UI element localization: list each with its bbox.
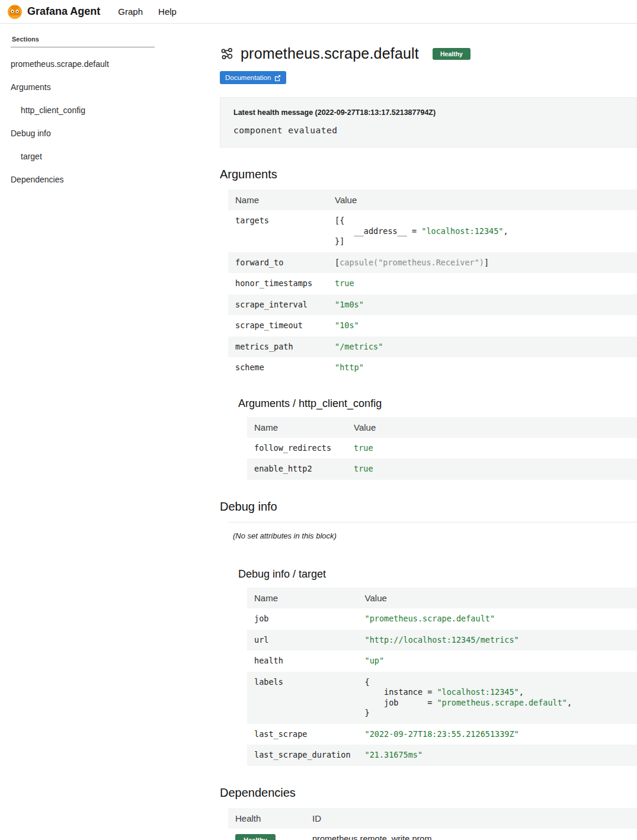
sidebar-item-arguments[interactable]: Arguments (11, 82, 160, 92)
nav-item-graph[interactable]: Graph (118, 7, 143, 17)
attribute-name: labels (247, 672, 358, 724)
sections-list: prometheus.scrape.default Arguments http… (11, 59, 160, 184)
debug-target-table: NameValuejob"prometheus.scrape.default"u… (247, 588, 637, 766)
attribute-name: scheme (228, 357, 328, 379)
sidebar-item-http-client-config[interactable]: http_client_config (11, 105, 160, 115)
table-row: labels{ instance = "localhost:12345", jo… (247, 672, 637, 724)
health-message-panel: Latest health message (2022-09-27T18:13:… (220, 97, 637, 148)
table-row: last_scrape"2022-09-27T18:23:55.21265133… (247, 724, 637, 745)
table-row: scrape_interval"1m0s" (228, 294, 637, 316)
http-client-config-table: NameValuefollow_redirectstrueenable_http… (247, 417, 637, 480)
attribute-name: targets (228, 210, 328, 252)
table-row: honor_timestampstrue (228, 273, 637, 294)
table-row: follow_redirectstrue (247, 438, 637, 459)
health-message-label: Latest health message (2022-09-27T18:13:… (233, 108, 623, 117)
attribute-name: health (247, 650, 358, 672)
attribute-value: "up" (358, 650, 637, 672)
attribute-value: "10s" (328, 315, 637, 336)
dependency-health-badge: Healthy (235, 834, 276, 840)
arguments-table: NameValuetargets[{ __address__ = "localh… (228, 190, 637, 379)
table-row: targets[{ __address__ = "localhost:12345… (228, 210, 637, 252)
column-header-value: Value (328, 190, 637, 210)
table-row: last_scrape_duration"21.31675ms" (247, 745, 637, 766)
attribute-value: [capsule("prometheus.Receiver")] (328, 252, 637, 274)
component-title-row: prometheus.scrape.default Healthy (220, 45, 637, 62)
attribute-name: scrape_interval (228, 294, 328, 316)
top-bar: Grafana Agent Graph Help (0, 0, 637, 24)
attribute-value: "http" (328, 357, 637, 379)
table-row: health"up" (247, 650, 637, 672)
attribute-value: "1m0s" (328, 294, 637, 316)
column-header-id: ID (305, 808, 637, 829)
app-window: Grafana Agent Graph Help Sections promet… (0, 0, 637, 840)
attribute-name: enable_http2 (247, 459, 347, 480)
table-row: scrape_timeout"10s" (228, 315, 637, 336)
grafana-agent-logo-icon (7, 4, 23, 20)
main-content: prometheus.scrape.default Healthy Docume… (166, 24, 637, 840)
component-icon (220, 47, 234, 61)
attribute-name: last_scrape (247, 724, 358, 745)
attribute-value: true (347, 438, 637, 459)
arguments-heading: Arguments (220, 168, 637, 181)
table-row: url"http://localhost:12345/metrics" (247, 630, 637, 651)
page-title: prometheus.scrape.default (241, 45, 419, 62)
sections-sidebar: Sections prometheus.scrape.default Argum… (0, 24, 166, 198)
attribute-name: forward_to (228, 252, 328, 274)
http-client-config-heading: Arguments / http_client_config (238, 397, 637, 410)
attribute-value: "/metrics" (328, 336, 637, 358)
documentation-button-label: Documentation (225, 74, 271, 81)
table-row: enable_http2true (247, 459, 637, 480)
attribute-name: follow_redirects (247, 438, 347, 459)
health-status-badge: Healthy (433, 48, 470, 60)
table-row: metrics_path"/metrics" (228, 336, 637, 358)
attribute-value: true (328, 273, 637, 294)
table-row: job"prometheus.scrape.default" (247, 608, 637, 630)
debug-target-heading: Debug info / target (238, 568, 637, 581)
debug-empty-note: (No set attributes in this block) (228, 522, 637, 549)
sidebar-item-dependencies[interactable]: Dependencies (11, 175, 160, 184)
sidebar-item-target[interactable]: target (11, 152, 160, 161)
external-link-icon (274, 75, 281, 81)
debug-info-heading: Debug info (220, 500, 637, 514)
health-message-text: component evaluated (233, 126, 623, 135)
attribute-name: last_scrape_duration (247, 745, 358, 766)
dependency-health-cell: Healthy (228, 829, 305, 840)
attribute-value: "http://localhost:12345/metrics" (358, 630, 637, 651)
attribute-name: scrape_timeout (228, 315, 328, 336)
column-header-value: Value (347, 417, 637, 438)
sidebar-item-prometheus-scrape-default[interactable]: prometheus.scrape.default (11, 59, 160, 69)
table-row: forward_to[capsule("prometheus.Receiver"… (228, 252, 637, 274)
column-header-value: Value (358, 588, 637, 608)
dependencies-heading: Dependencies (220, 786, 637, 800)
attribute-value: true (347, 459, 637, 480)
dependencies-table: HealthIDHealthyprometheus.remote_write.p… (228, 808, 637, 840)
sidebar-item-debug-info[interactable]: Debug info (11, 129, 160, 138)
attribute-name: honor_timestamps (228, 273, 328, 294)
column-header-health: Health (228, 808, 305, 829)
attribute-value: [{ __address__ = "localhost:12345", }] (328, 210, 637, 252)
sections-label: Sections (11, 32, 155, 47)
nav-item-help[interactable]: Help (158, 7, 177, 17)
documentation-button[interactable]: Documentation (220, 71, 286, 84)
attribute-value: "2022-09-27T18:23:55.212651339Z" (358, 724, 637, 745)
app-title: Grafana Agent (27, 5, 100, 18)
column-header-name: Name (247, 588, 358, 608)
column-header-name: Name (228, 190, 328, 210)
attribute-value: "21.31675ms" (358, 745, 637, 766)
table-row: Healthyprometheus.remote_write.prom (228, 829, 637, 840)
attribute-name: url (247, 630, 358, 651)
attribute-name: job (247, 608, 358, 630)
table-row: scheme"http" (228, 357, 637, 379)
attribute-value: { instance = "localhost:12345", job = "p… (358, 672, 637, 724)
dependency-id: prometheus.remote_write.prom (305, 829, 637, 840)
column-header-name: Name (247, 417, 347, 438)
attribute-name: metrics_path (228, 336, 328, 358)
attribute-value: "prometheus.scrape.default" (358, 608, 637, 630)
